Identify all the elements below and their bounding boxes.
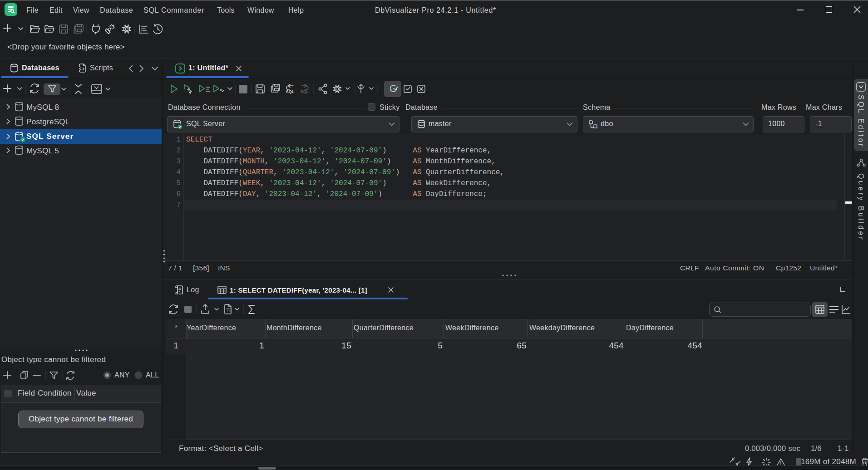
svg-text:SQL: SQL — [301, 89, 309, 94]
svg-text:SQL: SQL — [286, 89, 295, 94]
